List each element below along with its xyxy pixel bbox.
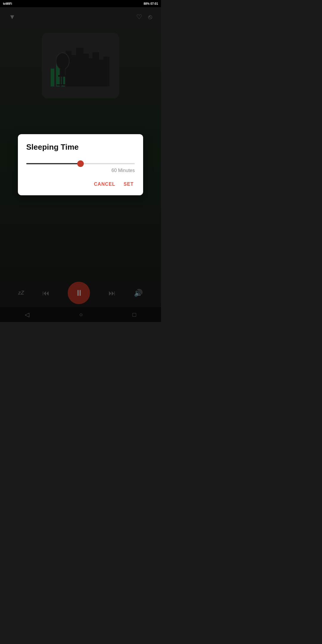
dialog-title: Sleeping Time <box>26 143 135 152</box>
status-wifi-label: toWiFi <box>3 2 12 5</box>
slider-value-label: 60 Minutes <box>26 168 135 173</box>
status-bar: toWiFi 88% 07:01 <box>0 0 161 7</box>
dialog-overlay: Sleeping Time 60 Minutes CANCEL SET <box>0 7 161 322</box>
status-battery-time: 88% 07:01 <box>144 2 158 5</box>
status-bar-left: toWiFi <box>3 2 12 5</box>
sleep-timer-slider-container <box>26 160 135 165</box>
main-screen: ▼ ♡ ⎋ <box>0 7 161 322</box>
cancel-button[interactable]: CANCEL <box>93 179 116 189</box>
dialog-buttons: CANCEL SET <box>26 179 135 189</box>
status-bar-right: 88% 07:01 <box>144 2 158 5</box>
sleep-timer-slider[interactable] <box>26 163 135 164</box>
set-button[interactable]: SET <box>122 179 135 189</box>
sleeping-time-dialog: Sleeping Time 60 Minutes CANCEL SET <box>18 134 143 195</box>
